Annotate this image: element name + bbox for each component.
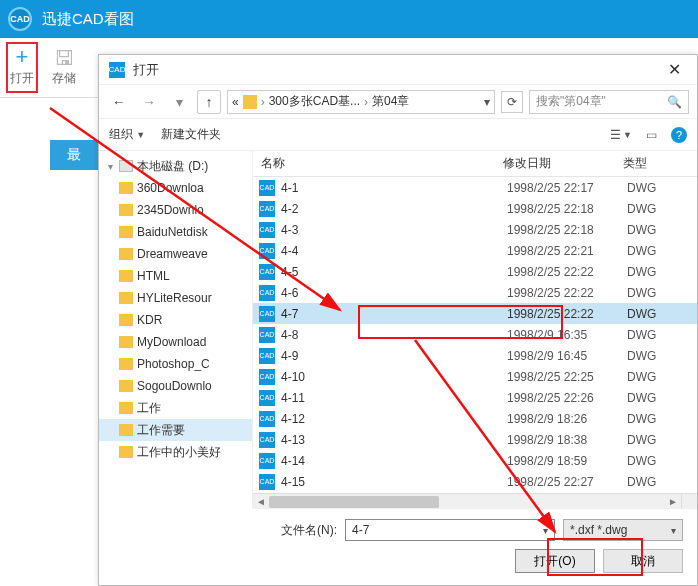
file-row[interactable]: CAD4-51998/2/25 22:22DWG bbox=[253, 261, 697, 282]
file-type: DWG bbox=[627, 454, 687, 468]
file-date: 1998/2/9 16:45 bbox=[507, 349, 627, 363]
file-type: DWG bbox=[627, 223, 687, 237]
folder-icon bbox=[119, 182, 133, 194]
file-row[interactable]: CAD4-11998/2/25 22:17DWG bbox=[253, 177, 697, 198]
filetype-filter[interactable]: *.dxf *.dwg ▾ bbox=[563, 519, 683, 541]
dialog-footer: 文件名(N): 4-7 ▾ *.dxf *.dwg ▾ 打开(O) 取消 bbox=[99, 509, 697, 585]
save-button[interactable]: 🖫 存储 bbox=[48, 48, 80, 87]
filename-input[interactable]: 4-7 ▾ bbox=[345, 519, 555, 541]
tree-label: 工作需要 bbox=[137, 422, 185, 439]
file-name: 4-6 bbox=[281, 286, 507, 300]
tree-item[interactable]: Photoshop_C bbox=[99, 353, 252, 375]
folder-icon bbox=[119, 292, 133, 304]
tree-item[interactable]: 360Downloa bbox=[99, 177, 252, 199]
filename-value: 4-7 bbox=[352, 523, 369, 537]
list-header[interactable]: 名称 修改日期 类型 bbox=[253, 151, 697, 177]
file-type: DWG bbox=[627, 412, 687, 426]
horizontal-scrollbar[interactable]: ◄ ► bbox=[253, 493, 681, 509]
search-input[interactable]: 搜索"第04章" 🔍 bbox=[529, 90, 689, 114]
file-row[interactable]: CAD4-91998/2/9 16:45DWG bbox=[253, 345, 697, 366]
tree-item[interactable]: KDR bbox=[99, 309, 252, 331]
cad-file-icon: CAD bbox=[259, 453, 275, 469]
nav-up-button[interactable]: ↑ bbox=[197, 90, 221, 114]
file-row[interactable]: CAD4-41998/2/25 22:21DWG bbox=[253, 240, 697, 261]
chevron-down-icon[interactable]: ▾ bbox=[543, 525, 548, 536]
breadcrumb-sep: › bbox=[364, 95, 368, 109]
file-date: 1998/2/25 22:26 bbox=[507, 391, 627, 405]
nav-history-dropdown[interactable]: ▾ bbox=[167, 90, 191, 114]
breadcrumb-dropdown-icon[interactable]: ▾ bbox=[484, 95, 490, 109]
file-list-rows[interactable]: CAD4-11998/2/25 22:17DWGCAD4-21998/2/25 … bbox=[253, 177, 697, 493]
tree-item[interactable]: MyDownload bbox=[99, 331, 252, 353]
col-name[interactable]: 名称 bbox=[253, 155, 503, 172]
tree-item[interactable]: 工作中的小美好 bbox=[99, 441, 252, 463]
organize-menu[interactable]: 组织 ▼ bbox=[109, 126, 145, 143]
file-row[interactable]: CAD4-71998/2/25 22:22DWG bbox=[253, 303, 697, 324]
file-row[interactable]: CAD4-21998/2/25 22:18DWG bbox=[253, 198, 697, 219]
scroll-left-icon[interactable]: ◄ bbox=[253, 496, 269, 507]
tree-item[interactable]: 工作 bbox=[99, 397, 252, 419]
file-name: 4-10 bbox=[281, 370, 507, 384]
tree-label: 360Downloa bbox=[137, 181, 204, 195]
file-row[interactable]: CAD4-141998/2/9 18:59DWG bbox=[253, 450, 697, 471]
file-name: 4-14 bbox=[281, 454, 507, 468]
tree-item[interactable]: HTML bbox=[99, 265, 252, 287]
file-date: 1998/2/25 22:25 bbox=[507, 370, 627, 384]
file-date: 1998/2/9 18:38 bbox=[507, 433, 627, 447]
nav-back-button[interactable]: ← bbox=[107, 90, 131, 114]
file-name: 4-12 bbox=[281, 412, 507, 426]
cad-file-icon: CAD bbox=[259, 369, 275, 385]
folder-icon bbox=[243, 95, 257, 109]
file-row[interactable]: CAD4-131998/2/9 18:38DWG bbox=[253, 429, 697, 450]
help-button[interactable]: ? bbox=[671, 127, 687, 143]
file-name: 4-13 bbox=[281, 433, 507, 447]
breadcrumb-seg-0[interactable]: 300多张CAD基... bbox=[269, 93, 360, 110]
file-row[interactable]: CAD4-81998/2/9 16:35DWG bbox=[253, 324, 697, 345]
file-date: 1998/2/9 18:59 bbox=[507, 454, 627, 468]
scroll-thumb[interactable] bbox=[269, 496, 439, 508]
view-mode-button[interactable]: ☰ ▼ bbox=[610, 128, 632, 142]
app-titlebar: CAD 迅捷CAD看图 bbox=[0, 0, 698, 38]
file-row[interactable]: CAD4-111998/2/25 22:26DWG bbox=[253, 387, 697, 408]
chevron-icon: ▾ bbox=[105, 161, 115, 172]
refresh-button[interactable]: ⟳ bbox=[501, 91, 523, 113]
cad-file-icon: CAD bbox=[259, 348, 275, 364]
open-confirm-button[interactable]: 打开(O) bbox=[515, 549, 595, 573]
tree-item[interactable]: SogouDownlo bbox=[99, 375, 252, 397]
folder-tree[interactable]: ▾本地磁盘 (D:)360Downloa2345DownloBaiduNetdi… bbox=[99, 151, 253, 509]
save-label: 存储 bbox=[52, 70, 76, 87]
breadcrumb[interactable]: « › 300多张CAD基... › 第04章 ▾ bbox=[227, 90, 495, 114]
file-date: 1998/2/25 22:21 bbox=[507, 244, 627, 258]
col-date[interactable]: 修改日期 bbox=[503, 155, 623, 172]
breadcrumb-seg-1[interactable]: 第04章 bbox=[372, 93, 409, 110]
col-type[interactable]: 类型 bbox=[623, 155, 683, 172]
folder-icon bbox=[119, 248, 133, 260]
tree-item[interactable]: BaiduNetdisk bbox=[99, 221, 252, 243]
tree-label: Photoshop_C bbox=[137, 357, 210, 371]
scroll-track[interactable] bbox=[269, 495, 665, 509]
file-row[interactable]: CAD4-101998/2/25 22:25DWG bbox=[253, 366, 697, 387]
cancel-button[interactable]: 取消 bbox=[603, 549, 683, 573]
open-button[interactable]: + 打开 bbox=[6, 42, 38, 93]
tree-item[interactable]: 2345Downlo bbox=[99, 199, 252, 221]
save-icon: 🖫 bbox=[54, 48, 74, 68]
file-row[interactable]: CAD4-151998/2/25 22:27DWG bbox=[253, 471, 697, 492]
file-row[interactable]: CAD4-31998/2/25 22:18DWG bbox=[253, 219, 697, 240]
tree-item[interactable]: Dreamweave bbox=[99, 243, 252, 265]
cad-file-icon: CAD bbox=[259, 180, 275, 196]
file-name: 4-3 bbox=[281, 223, 507, 237]
tree-item[interactable]: HYLiteResour bbox=[99, 287, 252, 309]
chevron-down-icon[interactable]: ▾ bbox=[671, 525, 676, 536]
tree-item[interactable]: 工作需要 bbox=[99, 419, 252, 441]
scroll-right-icon[interactable]: ► bbox=[665, 496, 681, 507]
close-button[interactable]: ✕ bbox=[662, 60, 687, 79]
nav-forward-button[interactable]: → bbox=[137, 90, 161, 114]
cad-file-icon: CAD bbox=[259, 285, 275, 301]
preview-pane-button[interactable]: ▭ bbox=[646, 128, 657, 142]
new-folder-button[interactable]: 新建文件夹 bbox=[161, 126, 221, 143]
tree-item[interactable]: ▾本地磁盘 (D:) bbox=[99, 155, 252, 177]
app-icon: CAD bbox=[8, 7, 32, 31]
file-row[interactable]: CAD4-121998/2/9 18:26DWG bbox=[253, 408, 697, 429]
file-row[interactable]: CAD4-61998/2/25 22:22DWG bbox=[253, 282, 697, 303]
cad-file-icon: CAD bbox=[259, 411, 275, 427]
